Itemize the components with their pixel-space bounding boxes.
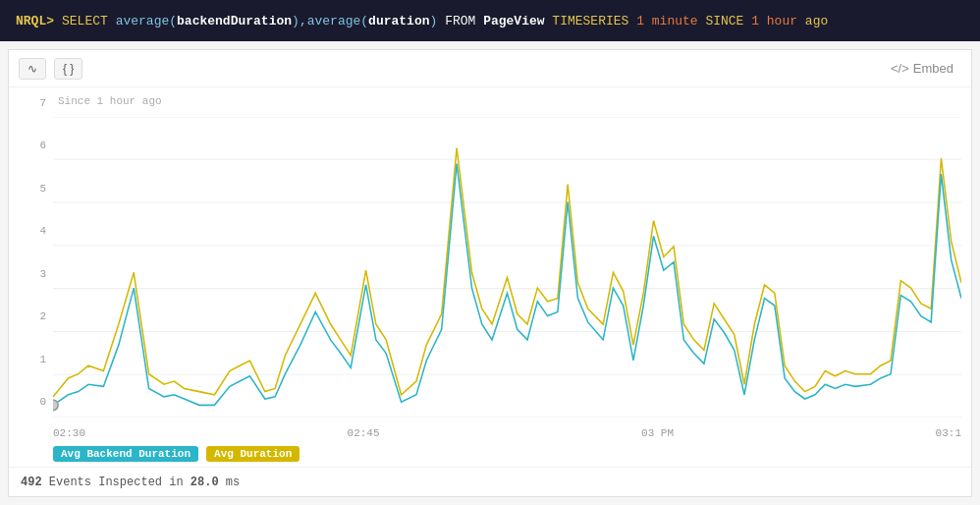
y-tick: 7 <box>17 97 46 109</box>
events-count: 492 <box>21 476 42 489</box>
x-tick: 02:30 <box>53 427 85 439</box>
y-tick: 3 <box>17 268 46 280</box>
events-time-unit: ms <box>219 476 241 489</box>
embed-code-icon: </> <box>891 61 909 76</box>
start-marker <box>53 400 58 411</box>
avg-backend-duration-line <box>53 163 961 405</box>
y-tick: 2 <box>17 310 46 322</box>
json-view-button[interactable]: { } <box>54 58 82 80</box>
y-tick: 6 <box>17 140 46 151</box>
chart-plot <box>53 117 961 418</box>
legend-avg-duration: Avg Duration <box>206 446 299 462</box>
y-tick: 5 <box>17 183 46 195</box>
x-tick: 03 PM <box>641 427 674 439</box>
x-tick: 02:45 <box>348 427 380 439</box>
events-time: 28.0 <box>191 476 219 489</box>
chart-icon: ∿ <box>27 62 37 76</box>
x-tick: 03:1 <box>936 427 961 439</box>
embed-button[interactable]: </> Embed <box>883 57 961 80</box>
legend-cyan-label: Avg Backend Duration <box>61 448 191 460</box>
chart-toolbar: ∿ { } </> Embed <box>9 50 971 87</box>
chart-legend: Avg Backend Duration Avg Duration <box>53 446 299 462</box>
x-axis: 02:30 02:45 03 PM 03:1 <box>53 427 961 439</box>
legend-yellow-label: Avg Duration <box>214 448 292 460</box>
chart-footer: 492 Events Inspected in 28.0 ms <box>9 467 971 496</box>
chart-area: Since 1 hour ago 0 1 2 3 4 5 6 7 <box>9 87 971 467</box>
embed-label: Embed <box>913 61 953 76</box>
avg-duration-line <box>53 148 961 397</box>
since-label: Since 1 hour ago <box>58 95 162 107</box>
legend-avg-backend-duration: Avg Backend Duration <box>53 446 198 462</box>
y-axis: 0 1 2 3 4 5 6 7 <box>17 87 46 418</box>
chart-container: ∿ { } </> Embed Since 1 hour ago 0 1 2 3… <box>8 49 972 497</box>
y-tick: 1 <box>17 354 46 365</box>
chart-view-button[interactable]: ∿ <box>19 58 46 80</box>
json-icon: { } <box>63 62 74 76</box>
events-label: Events Inspected in <box>42 476 191 489</box>
chart-svg <box>53 117 961 418</box>
nrql-bar: NRQL> SELECT average(backendDuration),av… <box>0 0 980 41</box>
nrql-query: SELECT average(backendDuration),average(… <box>62 14 828 28</box>
y-tick: 0 <box>17 396 46 408</box>
y-tick: 4 <box>17 225 46 237</box>
nrql-label: NRQL> <box>16 14 54 28</box>
